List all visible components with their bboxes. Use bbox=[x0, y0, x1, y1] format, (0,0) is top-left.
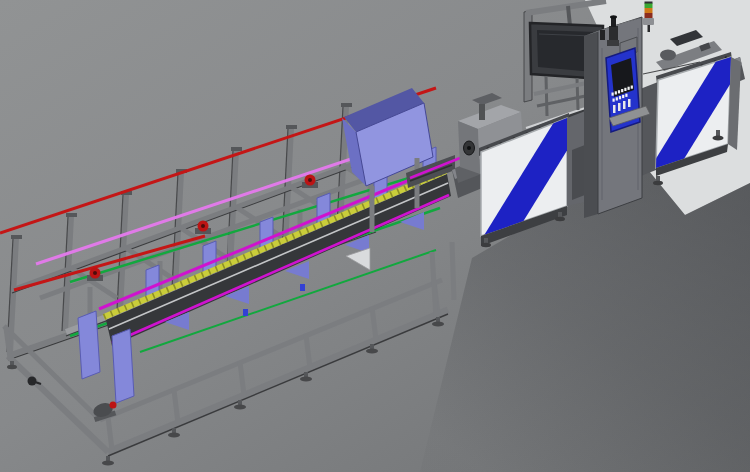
hmi-keys-part bbox=[621, 89, 623, 92]
rear-drive-assembly-part bbox=[660, 50, 676, 61]
laser-device-part bbox=[607, 40, 619, 46]
hmi-gauges-part bbox=[618, 103, 621, 111]
gear-motor-part bbox=[93, 271, 97, 275]
laser-device-part bbox=[609, 26, 618, 42]
hmi-gauges-part bbox=[623, 101, 626, 109]
hmi-keys-part bbox=[615, 91, 617, 94]
signal-segment-green bbox=[645, 3, 653, 8]
hmi-gauges-part bbox=[613, 105, 616, 113]
rack-post-caps-part bbox=[11, 235, 22, 239]
leveling-feet-part bbox=[300, 377, 312, 382]
leveling-feet-part bbox=[168, 433, 180, 438]
leveling-feet-part bbox=[366, 349, 378, 354]
signal-base bbox=[643, 18, 654, 25]
signal-segment-orange bbox=[645, 8, 653, 13]
machine-feet-part bbox=[653, 181, 663, 185]
machine-feet-part bbox=[481, 243, 491, 247]
laser-device-part bbox=[600, 30, 605, 40]
hmi-keys-part bbox=[624, 88, 626, 91]
machine-scene: 3D CAD rendering of an automatic pipe lo… bbox=[0, 0, 750, 472]
gear-motor-part bbox=[308, 178, 312, 182]
signal-segment-red bbox=[645, 13, 653, 18]
signal-cap bbox=[645, 2, 653, 4]
control-tower bbox=[584, 17, 650, 218]
hmi-keys-part bbox=[622, 95, 624, 98]
rack-post-caps-part bbox=[231, 147, 242, 151]
leveling-feet-part bbox=[7, 365, 17, 369]
hmi-keys-part bbox=[616, 97, 618, 100]
laser-device-part bbox=[611, 18, 616, 27]
hmi-keys-part bbox=[631, 86, 633, 89]
feed-chuck-part bbox=[479, 104, 485, 120]
hmi-keys-part bbox=[619, 96, 621, 99]
overhead-gantry-part bbox=[568, 6, 570, 26]
hmi-keys-part bbox=[628, 87, 630, 90]
machine-feet-part bbox=[713, 136, 724, 141]
gear-motor-part bbox=[201, 224, 205, 228]
cad-render-viewport: 3D CAD rendering of an automatic pipe lo… bbox=[0, 0, 750, 472]
sensor-block bbox=[243, 309, 248, 316]
hmi-keys-part bbox=[613, 99, 615, 102]
hmi-gauges-part bbox=[628, 99, 631, 107]
hmi-keys-part bbox=[612, 93, 614, 96]
drive-motor-cap bbox=[110, 402, 117, 409]
machine-feet-part bbox=[555, 217, 565, 221]
sensor-block bbox=[300, 284, 305, 291]
hmi-keys-part bbox=[625, 94, 627, 97]
rack-post-caps-part bbox=[66, 213, 77, 217]
rack-post-caps-part bbox=[286, 125, 297, 129]
end-stop-plates-part bbox=[112, 329, 134, 403]
feed-chuck-part bbox=[467, 146, 471, 150]
screen-support bbox=[546, 76, 547, 116]
leveling-feet-part bbox=[432, 322, 444, 327]
laser-device-part bbox=[610, 15, 617, 19]
leveling-feet-part bbox=[102, 461, 114, 466]
end-stop-plates-part bbox=[78, 311, 100, 379]
leveling-feet-part bbox=[234, 405, 246, 410]
bottom-legs-part bbox=[452, 242, 454, 300]
rack-post-caps-part bbox=[341, 103, 352, 107]
hmi-keys-part bbox=[618, 90, 620, 93]
signal-pole bbox=[648, 24, 651, 32]
tower-side bbox=[584, 31, 598, 218]
